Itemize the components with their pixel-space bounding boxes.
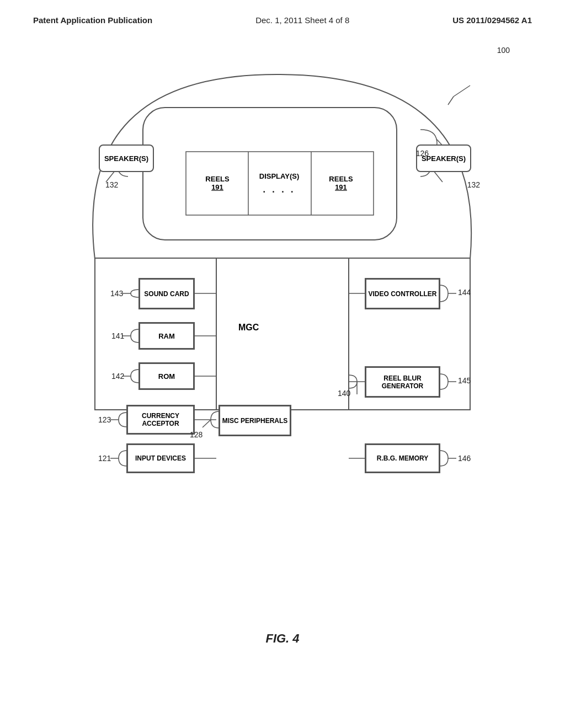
ref-146: 146	[458, 454, 471, 463]
currency-acceptor-box: CURRENCY ACCEPTOR	[127, 405, 194, 434]
header-right-text: US 2011/0294562 A1	[452, 15, 532, 25]
mgc-label: MGC	[238, 323, 259, 333]
header-center-text: Dec. 1, 2011 Sheet 4 of 8	[255, 15, 349, 25]
ref-141: 141	[111, 331, 124, 340]
rbg-memory-box: R.B.G. MEMORY	[365, 444, 440, 473]
figure-caption: FIG. 4	[0, 631, 565, 646]
figure-diagram: 100 SPEAKER(S) SPEAKER(S) 132 132 126 RE…	[45, 41, 520, 620]
label-100: 100	[497, 46, 510, 55]
rom-box: ROM	[139, 363, 194, 389]
diagram-svg	[45, 41, 520, 620]
input-devices-box: INPUT DEVICES	[127, 444, 194, 473]
label-132-right: 132	[467, 180, 480, 189]
label-126: 126	[416, 149, 429, 158]
ref-143: 143	[110, 289, 123, 298]
svg-rect-38	[216, 258, 349, 410]
reels-right: REELS 191	[311, 153, 371, 213]
ref-121: 121	[98, 454, 111, 463]
displays-center: DISPLAY(S) . . . .	[248, 153, 311, 213]
svg-line-36	[202, 420, 211, 427]
ref-123: 123	[98, 415, 111, 424]
patent-page: Patent Application Publication Dec. 1, 2…	[0, 0, 565, 728]
reels-left: REELS 191	[187, 153, 248, 213]
speaker-left-box: SPEAKER(S)	[99, 144, 154, 172]
video-controller-box: VIDEO CONTROLLER	[365, 279, 440, 309]
ref-128: 128	[190, 430, 202, 439]
sound-card-box: SOUND CARD	[139, 279, 194, 309]
header-left-text: Patent Application Publication	[33, 15, 152, 25]
ref-142: 142	[111, 372, 124, 381]
svg-line-1	[454, 85, 470, 97]
ref-140: 140	[338, 389, 350, 398]
ram-box: RAM	[139, 323, 194, 349]
svg-line-2	[448, 97, 454, 105]
ref-144: 144	[458, 288, 471, 297]
misc-peripherals-box: MISC PERIPHERALS	[219, 405, 291, 436]
reel-blur-generator-box: REEL BLUR GENERATOR	[365, 367, 440, 397]
ref-145: 145	[458, 376, 471, 385]
label-132-left: 132	[105, 180, 118, 189]
page-header: Patent Application Publication Dec. 1, 2…	[0, 0, 565, 25]
